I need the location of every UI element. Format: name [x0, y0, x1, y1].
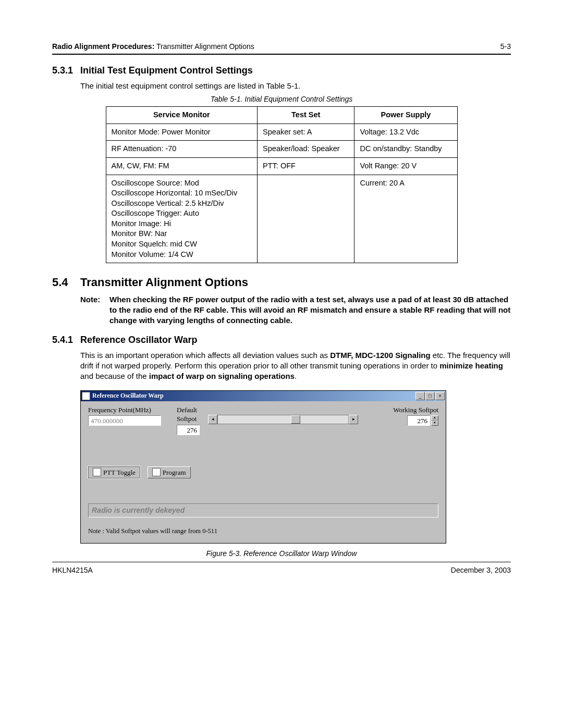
cell: Speaker/load: Speaker	[258, 141, 354, 158]
intro-5-3-1: The initial test equipment control setti…	[80, 81, 511, 91]
cell: Current: 20 A	[354, 175, 457, 263]
doc-date: December 3, 2003	[451, 565, 511, 575]
slider-left-icon[interactable]	[208, 415, 217, 424]
default-softpot-label: Default Softpot	[177, 405, 208, 424]
page-footer: HKLN4215A December 3, 2003	[52, 565, 511, 575]
slider-thumb[interactable]	[291, 415, 300, 424]
figure-caption: Figure 5-3. Reference Oscillator Warp Wi…	[52, 549, 511, 559]
spin-control[interactable]: ▴▾	[431, 415, 438, 426]
note-5-4: Note: When checking the RF power output …	[80, 294, 511, 326]
cell: AM, CW, FM: FM	[106, 158, 258, 175]
settings-table: Service Monitor Test Set Power Supply Mo…	[106, 106, 458, 263]
app-icon	[82, 392, 90, 400]
softpot-note: Note : Valid Softpot values will range f…	[88, 527, 438, 536]
table-caption: Table 5-1. Initial Equipment Control Set…	[52, 94, 511, 104]
spin-up-icon[interactable]: ▴	[431, 415, 438, 421]
cell: Voltage: 13.2 Vdc	[354, 124, 457, 141]
cell: RF Attenuation: -70	[106, 141, 258, 158]
spin-down-icon[interactable]: ▾	[431, 421, 438, 426]
cell: Monitor Mode: Power Monitor	[106, 124, 258, 141]
app-window: Reference Oscillator Warp _ □ × Frequenc…	[80, 390, 446, 544]
working-softpot-input[interactable]: 276	[407, 415, 430, 426]
cell: DC on/standby: Standby	[354, 141, 457, 158]
heading-5-3-1: 5.3.1Initial Test Equipment Control Sett…	[52, 64, 511, 77]
close-icon[interactable]: ×	[435, 392, 445, 400]
para-5-4-1: This is an important operation which aff…	[80, 350, 511, 382]
slider-track[interactable]	[217, 415, 349, 424]
heading-5-4: 5.4Transmitter Alignment Options	[52, 275, 511, 290]
working-softpot-label: Working Softpot	[393, 405, 438, 415]
status-text: Radio is currently dekeyed	[88, 503, 438, 517]
freq-label: Frequency Point(MHz)	[88, 405, 177, 415]
default-softpot-value: 276	[177, 425, 200, 435]
th-power-supply: Power Supply	[354, 107, 457, 124]
ptt-toggle-button[interactable]: PTT Toggle	[88, 466, 140, 479]
titlebar: Reference Oscillator Warp _ □ ×	[81, 391, 446, 401]
footer-rule	[52, 562, 511, 562]
cell-multi: Oscilloscope Source: Mod Oscilloscope Ho…	[106, 175, 258, 263]
th-test-set: Test Set	[258, 107, 354, 124]
cell: Volt Range: 20 V	[354, 158, 457, 175]
window-title: Reference Oscillator Warp	[92, 391, 415, 400]
cell: Speaker set: A	[258, 124, 354, 141]
minimize-icon[interactable]: _	[415, 392, 425, 400]
program-icon	[152, 468, 161, 476]
header-rule	[52, 54, 511, 55]
maximize-icon[interactable]: □	[425, 392, 435, 400]
doc-id: HKLN4215A	[52, 565, 93, 575]
ptt-icon	[93, 468, 101, 476]
cell	[258, 175, 354, 263]
cell: PTT: OFF	[258, 158, 354, 175]
freq-input[interactable]: 470.000000	[88, 415, 161, 426]
page-number: 5-3	[500, 42, 511, 52]
th-service-monitor: Service Monitor	[106, 107, 258, 124]
program-button[interactable]: Program	[148, 466, 191, 479]
page-header: Radio Alignment Procedures: Transmitter …	[52, 42, 511, 52]
header-title-sub: Transmitter Alignment Options	[154, 42, 254, 51]
slider-right-icon[interactable]	[349, 415, 358, 424]
header-title-bold: Radio Alignment Procedures:	[52, 42, 154, 51]
heading-5-4-1: 5.4.1Reference Oscillator Warp	[52, 334, 511, 346]
